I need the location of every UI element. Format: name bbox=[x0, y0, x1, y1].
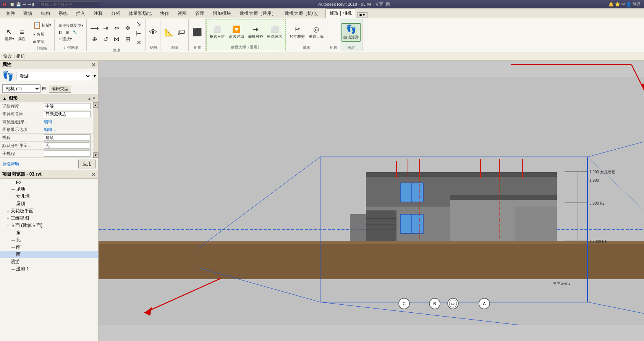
join-cut-icon: ⊟ bbox=[58, 23, 61, 27]
advanced-filter-btn[interactable]: 🔽 高级过滤 bbox=[227, 24, 246, 40]
prop-input-parts[interactable] bbox=[44, 111, 91, 117]
options-btn[interactable]: ■ ▾ bbox=[358, 12, 367, 18]
tree-item-parapet[interactable]: — 女儿墙 bbox=[0, 193, 98, 200]
tree-item-walk1[interactable]: — 漫游 1 bbox=[0, 265, 98, 273]
split-btn[interactable]: ✕ bbox=[134, 38, 144, 47]
offset-align-btn[interactable]: ⇥ 偏移对齐 bbox=[246, 24, 265, 40]
reset-target-btn[interactable]: ◎ 重置目标 bbox=[307, 24, 325, 40]
prop-apply-btn[interactable]: 应用 bbox=[78, 160, 96, 168]
create-btn[interactable]: ⬛ bbox=[191, 26, 204, 38]
trim-btn[interactable]: ⊢ bbox=[134, 29, 144, 38]
prop-up-icon[interactable]: ▲ bbox=[87, 96, 91, 100]
search-input[interactable] bbox=[39, 1, 100, 7]
tab-architecture[interactable]: 建筑 bbox=[19, 9, 37, 18]
select-btn[interactable]: ↖ 选择▾ bbox=[3, 27, 16, 43]
tag-btn[interactable]: 🏷 bbox=[176, 27, 187, 38]
properties-close-btn[interactable]: ✕ bbox=[91, 62, 96, 68]
prop-value-visibility: 编辑... bbox=[42, 118, 93, 126]
browser-close-btn[interactable]: ✕ bbox=[91, 171, 96, 178]
size-crop-btn[interactable]: ✂ 尺寸裁剪 bbox=[288, 24, 306, 40]
tab-file[interactable]: 文件 bbox=[2, 9, 19, 18]
offset-btn[interactable]: ⇥ bbox=[100, 23, 111, 33]
tree-item-east[interactable]: — 东 bbox=[0, 229, 98, 236]
split-icon: ✕ bbox=[136, 39, 141, 46]
tab-manage[interactable]: 管理 bbox=[191, 9, 209, 18]
toolbar-icons: 🔲 💾 ↩ ↪ ▮ bbox=[10, 2, 34, 7]
prop-down-icon[interactable]: ▼ bbox=[92, 96, 96, 100]
svg-rect-17 bbox=[366, 218, 396, 219]
tab-modeler-mep[interactable]: 建模大师（机电） bbox=[280, 9, 325, 18]
view-btn[interactable]: 👁 bbox=[148, 27, 159, 38]
move-btn[interactable]: ✜ bbox=[122, 23, 133, 33]
tree-expander-east: — bbox=[11, 230, 16, 236]
prop-type-dropdown[interactable]: 漫游 bbox=[16, 72, 91, 80]
frame-3d-btn[interactable]: ⬜ 框选三维 bbox=[208, 24, 227, 40]
align-btn[interactable]: ⟶ bbox=[89, 23, 100, 33]
edit-walk-btn[interactable]: 👣 编辑漫游 bbox=[341, 23, 361, 42]
tab-modeler-general[interactable]: 建模大师（通用） bbox=[235, 9, 280, 18]
copy-tool-btn[interactable]: ⊕ bbox=[89, 34, 100, 44]
tree-item-elevation[interactable]: － 立面 (建筑立面) bbox=[0, 222, 98, 229]
tree-item-north[interactable]: — 北 bbox=[0, 236, 98, 244]
tree-item-f2[interactable]: — F2 bbox=[0, 179, 98, 186]
viewport[interactable]: C B 1/A A 1.900 女儿墙顶 1.900 3.900 F2 ±0.0… bbox=[99, 61, 644, 341]
tab-insert[interactable]: 插入 bbox=[72, 9, 89, 18]
prop-scroll-up-btn[interactable]: ▲ bbox=[93, 102, 99, 108]
join-btn[interactable]: ⊕ 连接▾ bbox=[57, 36, 73, 42]
mirror2-btn[interactable]: ⋈ bbox=[111, 34, 122, 44]
mirror2-icon: ⋈ bbox=[113, 36, 120, 43]
main-area: 属性 ✕ 👣 漫游 ▾ 相机 (1) ⊞ 编辑类型 ▲ bbox=[0, 61, 644, 341]
tree-item-west[interactable]: — 西 bbox=[0, 251, 98, 258]
tab-analyze[interactable]: 分析 bbox=[107, 9, 125, 18]
wall-btn[interactable]: ⊞ bbox=[64, 29, 70, 35]
scale-icon: ⇲ bbox=[136, 21, 141, 28]
prop-section-graphics[interactable]: ▲ 图形 ▲ ▼ bbox=[0, 94, 98, 102]
tree-item-3d[interactable]: ＋ 三维视图 bbox=[0, 215, 98, 222]
tree-label-roof: 屋顶 bbox=[16, 200, 25, 207]
mirror-btn[interactable]: ⇔ bbox=[111, 23, 122, 33]
prop-help-link[interactable]: 属性帮助 bbox=[2, 161, 19, 167]
prop-row-discipline: 规程 bbox=[0, 134, 93, 142]
cut-btn[interactable]: ✂ 剪切 bbox=[31, 31, 53, 38]
tool-btn[interactable]: 🔧 bbox=[71, 29, 79, 35]
join-cut-btn[interactable]: ⊟ 连接端切割▾ bbox=[57, 22, 85, 29]
prop-scroll-down-btn[interactable]: ▼ bbox=[93, 152, 99, 158]
tab-structure[interactable]: 结构 bbox=[37, 9, 54, 18]
scale-btn[interactable]: ⇲ bbox=[134, 20, 144, 29]
prop-input-discipline[interactable] bbox=[44, 134, 91, 141]
tree-expander-3d: ＋ bbox=[5, 216, 11, 221]
properties-btn[interactable]: ≡ 属性 bbox=[16, 27, 27, 43]
prop-row-subdisc: 子规程 bbox=[0, 150, 93, 158]
tab-modify-camera[interactable]: 修改 | 相机 bbox=[325, 8, 356, 18]
properties-panel: 属性 ✕ 👣 漫游 ▾ 相机 (1) ⊞ 编辑类型 ▲ bbox=[0, 61, 98, 170]
copy-btn[interactable]: ⊕ 复制 bbox=[31, 38, 53, 45]
tree-item-south[interactable]: — 南 bbox=[0, 244, 98, 251]
cut-geo-btn[interactable]: ◧ bbox=[57, 29, 63, 35]
paste-btn[interactable]: 📋 粘贴▾ bbox=[31, 20, 53, 31]
array-btn[interactable]: ⊞ bbox=[122, 34, 133, 44]
tab-annotate[interactable]: 注释 bbox=[89, 9, 107, 18]
svg-text:1.900 女儿墙顶: 1.900 女儿墙顶 bbox=[589, 170, 615, 174]
tree-item-site[interactable]: — 场地 bbox=[0, 186, 98, 193]
tree-item-walk[interactable]: － 漫游 bbox=[0, 258, 98, 265]
prop-input-subdisc[interactable] bbox=[44, 150, 91, 157]
prop-input-detail[interactable] bbox=[44, 103, 91, 109]
tab-massing[interactable]: 体量和场地 bbox=[125, 9, 156, 18]
tree-label-walk1: 漫游 1 bbox=[16, 266, 29, 272]
prop-input-analysis[interactable] bbox=[44, 142, 91, 149]
tab-collaborate[interactable]: 协作 bbox=[156, 9, 173, 18]
prop-row-display: 图形显示选项 编辑... bbox=[0, 126, 93, 134]
tab-addins[interactable]: 附加模块 bbox=[209, 9, 235, 18]
instance-dropdown[interactable]: 相机 (1) bbox=[2, 84, 40, 93]
tab-system[interactable]: 系统 bbox=[54, 9, 72, 18]
prop-link-visibility[interactable]: 编辑... bbox=[44, 120, 56, 124]
rotate-btn[interactable]: ↺ bbox=[100, 34, 111, 44]
tree-item-ceiling[interactable]: ＋ 天花板平面 bbox=[0, 207, 98, 215]
measure-btn[interactable]: 📐 bbox=[163, 26, 175, 38]
edit-type-btn[interactable]: 编辑类型 bbox=[49, 85, 71, 93]
search-box[interactable] bbox=[39, 1, 100, 7]
frame-rename-btn[interactable]: ⬜ 框选改名 bbox=[265, 24, 284, 40]
tab-view[interactable]: 视图 bbox=[173, 9, 191, 18]
tree-item-roof[interactable]: — 屋顶 bbox=[0, 200, 98, 207]
prop-link-display[interactable]: 编辑... bbox=[44, 127, 56, 132]
